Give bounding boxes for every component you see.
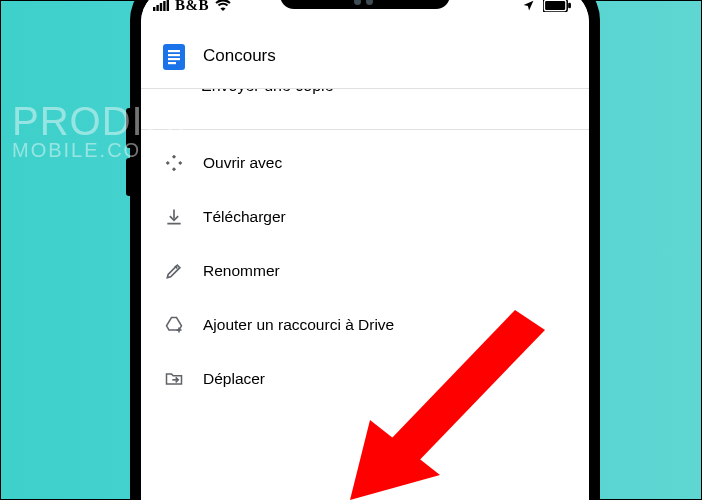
- svg-rect-0: [153, 7, 155, 11]
- download-item[interactable]: Télécharger: [141, 190, 589, 244]
- download-icon: [163, 206, 185, 228]
- file-header: Concours: [141, 22, 589, 88]
- svg-rect-7: [568, 2, 571, 8]
- screen: B&B Concours Envoyer une copie: [141, 0, 589, 500]
- svg-rect-11: [168, 58, 180, 60]
- rename-icon: [163, 260, 185, 282]
- svg-rect-1: [156, 5, 158, 11]
- move-icon: [163, 368, 185, 390]
- svg-rect-6: [545, 1, 565, 10]
- move-item[interactable]: Déplacer: [141, 352, 589, 406]
- rename-item[interactable]: Renommer: [141, 244, 589, 298]
- notch: [280, 0, 450, 9]
- open-with-icon: [163, 152, 185, 174]
- signal-icon: [153, 0, 169, 11]
- location-icon: [522, 0, 535, 12]
- svg-rect-4: [167, 0, 169, 11]
- svg-rect-3: [163, 1, 165, 11]
- add-shortcut-label: Ajouter un raccourci à Drive: [203, 316, 394, 334]
- context-menu: Ouvrir avec Télécharger Renommer Ajouter…: [141, 130, 589, 412]
- open-with-label: Ouvrir avec: [203, 154, 282, 172]
- side-button: [126, 158, 131, 196]
- move-label: Déplacer: [203, 370, 265, 388]
- send-copy-label: Envoyer une copie: [201, 89, 334, 95]
- open-with-item[interactable]: Ouvrir avec: [141, 136, 589, 190]
- svg-rect-10: [168, 54, 180, 56]
- svg-rect-2: [160, 3, 162, 11]
- svg-rect-8: [163, 44, 185, 70]
- carrier-label: B&B: [175, 0, 209, 14]
- google-docs-icon: [163, 44, 185, 68]
- add-shortcut-item[interactable]: Ajouter un raccourci à Drive: [141, 298, 589, 352]
- svg-rect-12: [168, 62, 176, 64]
- file-name: Concours: [203, 46, 276, 66]
- svg-rect-9: [168, 50, 180, 52]
- send-copy-row[interactable]: Envoyer une copie: [141, 89, 589, 130]
- phone-mockup: B&B Concours Envoyer une copie: [131, 0, 599, 500]
- wifi-icon: [215, 0, 231, 11]
- download-label: Télécharger: [203, 208, 286, 226]
- drive-shortcut-icon: [163, 314, 185, 336]
- battery-icon: [543, 0, 571, 12]
- side-button: [126, 108, 131, 148]
- rename-label: Renommer: [203, 262, 280, 280]
